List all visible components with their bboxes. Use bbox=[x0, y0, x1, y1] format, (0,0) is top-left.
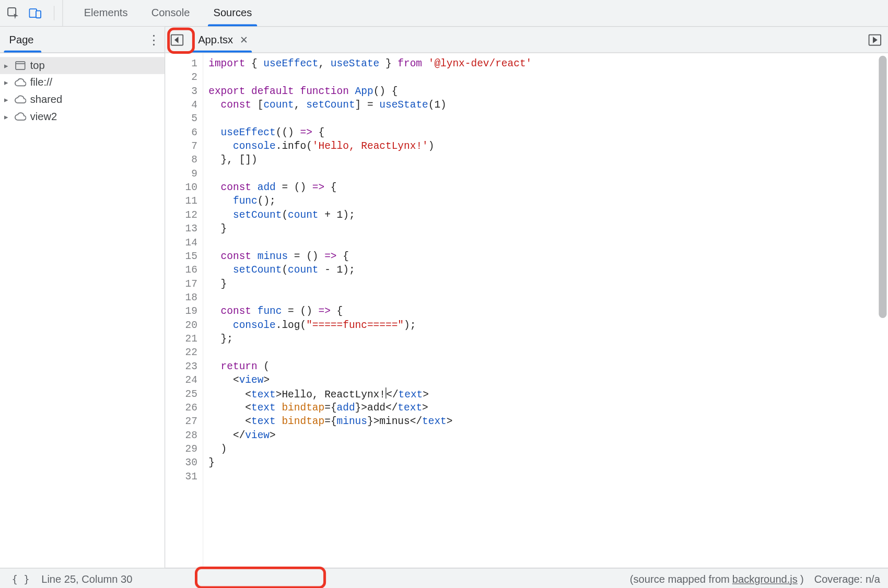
code-line[interactable] bbox=[208, 346, 888, 360]
code-line[interactable]: <text bindtap={minus}>minus</text> bbox=[208, 415, 888, 429]
code-line[interactable] bbox=[208, 167, 888, 181]
line-number[interactable]: 24 bbox=[165, 374, 197, 387]
editor-tabbar: App.tsx ✕ bbox=[165, 27, 888, 53]
line-number[interactable]: 25 bbox=[165, 387, 197, 401]
code-line[interactable]: const add = () => { bbox=[208, 181, 888, 195]
file-tab-label: App.tsx bbox=[198, 34, 233, 46]
inspect-element-icon[interactable] bbox=[7, 7, 20, 20]
line-number[interactable]: 18 bbox=[165, 291, 197, 304]
code-line[interactable]: const minus = () => { bbox=[208, 250, 888, 263]
sidebar-tab-label: Page bbox=[9, 34, 34, 46]
devtools-tab-sources[interactable]: Sources bbox=[202, 0, 264, 26]
svg-rect-3 bbox=[16, 62, 25, 69]
devtools-tab-elements[interactable]: Elements bbox=[72, 0, 139, 26]
line-number[interactable]: 17 bbox=[165, 277, 197, 291]
code-line[interactable]: }; bbox=[208, 333, 888, 346]
coverage-label: Coverage: n/a bbox=[814, 573, 880, 585]
code-line[interactable]: } bbox=[208, 222, 888, 236]
line-number[interactable]: 8 bbox=[165, 154, 197, 167]
svg-rect-2 bbox=[36, 11, 41, 18]
code-line[interactable]: func(); bbox=[208, 195, 888, 208]
devtools-tabs: ElementsConsoleSources bbox=[63, 0, 264, 26]
line-number[interactable]: 7 bbox=[165, 139, 197, 153]
tree-item-view2[interactable]: ▸view2 bbox=[0, 108, 165, 125]
line-number[interactable]: 22 bbox=[165, 346, 197, 360]
code-line[interactable]: import { useEffect, useState } from '@ly… bbox=[208, 57, 888, 70]
line-number[interactable]: 26 bbox=[165, 401, 197, 415]
line-number[interactable]: 27 bbox=[165, 415, 197, 429]
chevron-right-icon: ▸ bbox=[4, 61, 11, 70]
code-line[interactable]: ) bbox=[208, 442, 888, 456]
frame-icon bbox=[15, 61, 27, 70]
line-number[interactable]: 16 bbox=[165, 264, 197, 277]
line-number[interactable]: 20 bbox=[165, 319, 197, 332]
tree-item-label: shared bbox=[30, 94, 62, 106]
close-icon[interactable]: ✕ bbox=[240, 34, 248, 46]
pretty-print-button[interactable]: { } bbox=[8, 573, 33, 585]
show-debugger-icon[interactable] bbox=[862, 27, 888, 52]
code-line[interactable]: console.log("=====func====="); bbox=[208, 319, 888, 332]
chevron-right-icon: ▸ bbox=[4, 112, 11, 122]
line-number[interactable]: 5 bbox=[165, 112, 197, 126]
code-line[interactable]: }, []) bbox=[208, 154, 888, 167]
line-number[interactable]: 29 bbox=[165, 442, 197, 456]
source-mapped-suffix: ) bbox=[800, 573, 804, 585]
line-number[interactable]: 23 bbox=[165, 360, 197, 373]
code-editor[interactable]: 1234567891011121314151617181920212223242… bbox=[165, 53, 888, 568]
cloud-icon bbox=[15, 95, 27, 104]
line-number[interactable]: 3 bbox=[165, 85, 197, 98]
line-number[interactable]: 4 bbox=[165, 98, 197, 112]
code-line[interactable]: return ( bbox=[208, 360, 888, 373]
code-line[interactable] bbox=[208, 291, 888, 304]
code-line[interactable] bbox=[208, 470, 888, 484]
status-right: (source mapped from background.js ) Cove… bbox=[630, 573, 880, 585]
line-number[interactable]: 10 bbox=[165, 181, 197, 195]
line-number[interactable]: 6 bbox=[165, 126, 197, 139]
file-tab-app-tsx[interactable]: App.tsx ✕ bbox=[189, 27, 255, 52]
code-line[interactable]: useEffect(() => { bbox=[208, 126, 888, 139]
code-line[interactable]: <view> bbox=[208, 374, 888, 387]
code-line[interactable]: setCount(count + 1); bbox=[208, 208, 888, 222]
line-number[interactable]: 9 bbox=[165, 167, 197, 181]
line-number[interactable]: 28 bbox=[165, 429, 197, 442]
line-number[interactable]: 21 bbox=[165, 333, 197, 346]
line-number[interactable]: 15 bbox=[165, 250, 197, 263]
code-line[interactable]: console.info('Hello, ReactLynx!') bbox=[208, 139, 888, 153]
editor-scrollbar[interactable] bbox=[879, 56, 886, 318]
device-toolbar-icon[interactable] bbox=[29, 7, 42, 20]
line-number[interactable]: 12 bbox=[165, 208, 197, 222]
main-area: Page ⋮ ▸top▸file://▸shared▸view2 App.tsx… bbox=[0, 27, 888, 568]
line-number[interactable]: 1 bbox=[165, 57, 197, 70]
devtools-tab-console[interactable]: Console bbox=[139, 0, 202, 26]
code-line[interactable]: } bbox=[208, 277, 888, 291]
code-line[interactable]: export default function App() { bbox=[208, 85, 888, 98]
source-mapped-file-link[interactable]: background.js bbox=[732, 573, 798, 585]
code-line[interactable] bbox=[208, 236, 888, 250]
code-line[interactable]: const [count, setCount] = useState(1) bbox=[208, 98, 888, 112]
sidebar-tab-page[interactable]: Page bbox=[0, 27, 45, 52]
code-line[interactable] bbox=[208, 112, 888, 126]
code-line[interactable]: <text bindtap={add}>add</text> bbox=[208, 401, 888, 415]
line-number[interactable]: 31 bbox=[165, 470, 197, 484]
tree-item-file-[interactable]: ▸file:// bbox=[0, 74, 165, 91]
code-line[interactable]: setCount(count - 1); bbox=[208, 264, 888, 277]
code-line[interactable] bbox=[208, 71, 888, 85]
sidebar-more-icon[interactable]: ⋮ bbox=[144, 27, 165, 52]
code-line[interactable]: } bbox=[208, 456, 888, 470]
source-mapped-prefix: (source mapped from bbox=[630, 573, 730, 585]
code-line[interactable]: <text>Hello, ReactLynx!</text> bbox=[208, 387, 888, 401]
line-number[interactable]: 2 bbox=[165, 71, 197, 85]
code-content[interactable]: import { useEffect, useState } from '@ly… bbox=[203, 53, 888, 568]
tree-item-shared[interactable]: ▸shared bbox=[0, 91, 165, 109]
line-number[interactable]: 14 bbox=[165, 236, 197, 250]
collapse-sidebar-icon[interactable] bbox=[165, 27, 189, 52]
toolbar-divider bbox=[54, 6, 54, 20]
line-number[interactable]: 30 bbox=[165, 456, 197, 470]
code-line[interactable]: </view> bbox=[208, 429, 888, 442]
chevron-right-icon: ▸ bbox=[4, 78, 11, 87]
code-line[interactable]: const func = () => { bbox=[208, 305, 888, 319]
line-number[interactable]: 13 bbox=[165, 222, 197, 236]
line-number[interactable]: 11 bbox=[165, 195, 197, 208]
line-number[interactable]: 19 bbox=[165, 305, 197, 319]
tree-item-top[interactable]: ▸top bbox=[0, 57, 165, 74]
